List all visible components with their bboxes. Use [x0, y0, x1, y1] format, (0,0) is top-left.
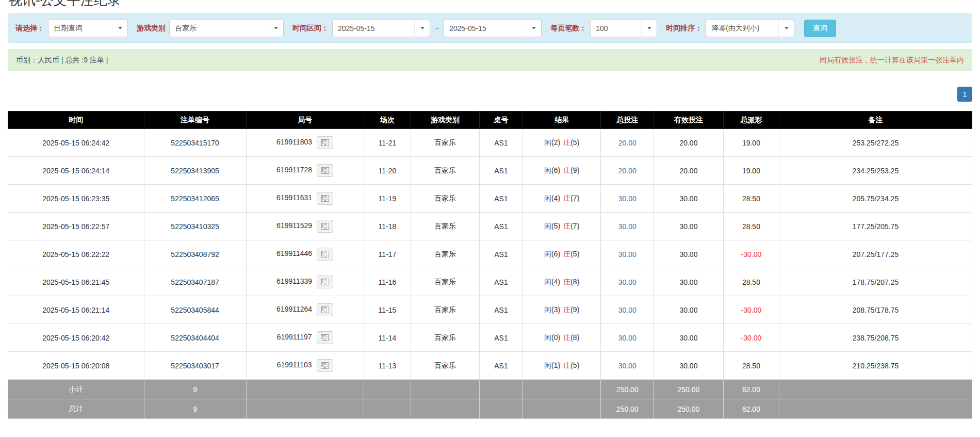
bet-id-cell: 522503403017 [144, 352, 246, 380]
roadmap-button[interactable] [317, 164, 333, 177]
result-player-score: (6) [551, 250, 560, 258]
total-bet-cell: 20.00 [601, 129, 654, 157]
round-id-value: 619911803 [276, 138, 312, 146]
roadmap-button[interactable] [317, 331, 333, 344]
roadmap-button[interactable] [317, 136, 333, 149]
table-header: 时间 注单编号 局号 场次 游戏类别 桌号 结果 总投注 有效投注 总派彩 备注 [8, 111, 972, 129]
session-cell: 11-13 [364, 352, 411, 380]
round-id-value: 619911446 [276, 249, 312, 257]
time-cell: 2025-05-15 06:21:14 [8, 296, 144, 324]
bet-id-cell: 522503413905 [144, 157, 246, 185]
total-bet-link[interactable]: 30.00 [618, 362, 636, 370]
result-player-label: 闲 [544, 222, 551, 230]
col-header-result: 结果 [523, 111, 601, 129]
valid-bet-cell: 30.00 [654, 213, 724, 240]
round-id-cell: 619911264 [246, 296, 364, 324]
result-banker-label: 庄 [563, 361, 570, 369]
roadmap-button[interactable] [317, 359, 333, 372]
col-header-payout: 总派彩 [723, 111, 779, 129]
date-range-separator: ~ [435, 24, 439, 33]
round-id-value: 619911529 [276, 221, 312, 230]
col-header-total-bet: 总投注 [601, 111, 654, 129]
roadmap-button[interactable] [317, 276, 333, 288]
roadmap-icon [321, 306, 329, 313]
time-cell: 2025-05-15 06:24:14 [8, 157, 144, 185]
result-banker-score: (7) [570, 222, 579, 230]
game-type-cell: 百家乐 [411, 324, 480, 352]
bet-id-cell: 522503415170 [144, 129, 246, 157]
total-bet-link[interactable]: 20.00 [618, 167, 636, 175]
total-bet-link[interactable]: 30.00 [618, 250, 636, 258]
valid-bet-cell: 20.00 [654, 129, 724, 157]
time-cell: 2025-05-15 06:20:42 [8, 324, 144, 352]
result-player-label: 闲 [544, 278, 551, 286]
roadmap-button[interactable] [317, 192, 333, 205]
note-cell: 208.75/178.75 [779, 296, 972, 324]
round-id-cell: 619911197 [246, 324, 364, 352]
result-banker-label: 庄 [563, 194, 570, 202]
date-to-select[interactable]: 2025-05-15 [444, 20, 542, 37]
page-size-label: 每页笔数： [550, 24, 586, 33]
game-type-cell: 百家乐 [411, 352, 480, 380]
roadmap-button[interactable] [317, 303, 333, 316]
result-banker-score: (8) [570, 333, 579, 342]
total-bet-link[interactable]: 30.00 [618, 222, 636, 231]
total-bet-link[interactable]: 20.00 [618, 139, 636, 147]
result-cell: 闲(4)庄(8) [523, 268, 601, 296]
session-cell: 11-15 [364, 296, 411, 324]
result-player-label: 闲 [544, 361, 551, 369]
total-bet-link[interactable]: 30.00 [618, 278, 636, 286]
total-bet-link[interactable]: 30.00 [618, 334, 636, 342]
payout-value: 28.50 [723, 213, 779, 240]
search-button[interactable]: 查询 [804, 20, 836, 37]
round-id-value: 619911197 [277, 333, 312, 341]
game-type-value: 百家乐 [175, 24, 268, 33]
subtotal-label: 小计 [8, 380, 144, 399]
roadmap-icon [321, 362, 329, 369]
round-id-cell: 619911103 [246, 352, 364, 380]
result-banker-label: 庄 [563, 333, 570, 342]
bet-id-cell: 522503410325 [144, 213, 246, 240]
table-body: 2025-05-15 06:24:42 522503415170 6199118… [8, 129, 972, 380]
page-1-button[interactable]: 1 [957, 87, 972, 102]
bet-id-cell: 522503404404 [144, 324, 246, 352]
session-cell: 11-14 [364, 324, 411, 352]
valid-bet-cell: 30.00 [654, 185, 724, 213]
col-header-time: 时间 [8, 111, 144, 129]
query-type-select[interactable]: 日期查询 [48, 20, 128, 37]
bet-id-cell: 522503407187 [144, 268, 246, 296]
payout-value: 28.50 [723, 185, 779, 213]
page-size-select[interactable]: 100 [590, 20, 657, 37]
result-cell: 闲(4)庄(7) [523, 185, 601, 213]
date-from-select[interactable]: 2025-05-15 [332, 20, 430, 37]
empty-cell [411, 380, 480, 399]
game-type-cell: 百家乐 [411, 185, 480, 213]
total-bet-link[interactable]: 30.00 [618, 195, 636, 203]
total-bet-link[interactable]: 30.00 [618, 306, 636, 314]
total-bet-cell: 30.00 [601, 213, 654, 240]
roadmap-button[interactable] [317, 220, 333, 233]
table-row: 2025-05-15 06:20:42 522503404404 6199111… [8, 324, 972, 352]
sort-order-select[interactable]: 降幂(由大到小) [706, 20, 794, 37]
header-row: 时间 注单编号 局号 场次 游戏类别 桌号 结果 总投注 有效投注 总派彩 备注 [8, 111, 972, 129]
table-no-cell: AS1 [479, 324, 522, 352]
time-cell: 2025-05-15 06:24:42 [8, 129, 144, 157]
time-cell: 2025-05-15 06:23:35 [8, 185, 144, 213]
note-cell: 177.25/205.75 [779, 213, 972, 240]
roadmap-button[interactable] [317, 248, 333, 261]
result-cell: 闲(2)庄(5) [523, 129, 601, 157]
result-banker-score: (5) [570, 250, 579, 258]
game-type-select[interactable]: 百家乐 [169, 20, 284, 37]
time-cell: 2025-05-15 06:21:45 [8, 268, 144, 296]
page-size-value: 100 [596, 24, 641, 33]
query-type-value: 日期查询 [54, 24, 112, 33]
table-no-cell: AS1 [479, 240, 522, 268]
result-player-score: (0) [551, 333, 560, 342]
bet-id-cell: 522503412065 [144, 185, 246, 213]
subtotal-valid-bet: 250.00 [654, 380, 724, 399]
result-player-label: 闲 [544, 305, 551, 314]
game-type-cell: 百家乐 [411, 129, 480, 157]
total-bet-cell: 30.00 [601, 185, 654, 213]
result-player-label: 闲 [544, 138, 551, 147]
valid-bet-cell: 30.00 [654, 324, 724, 352]
